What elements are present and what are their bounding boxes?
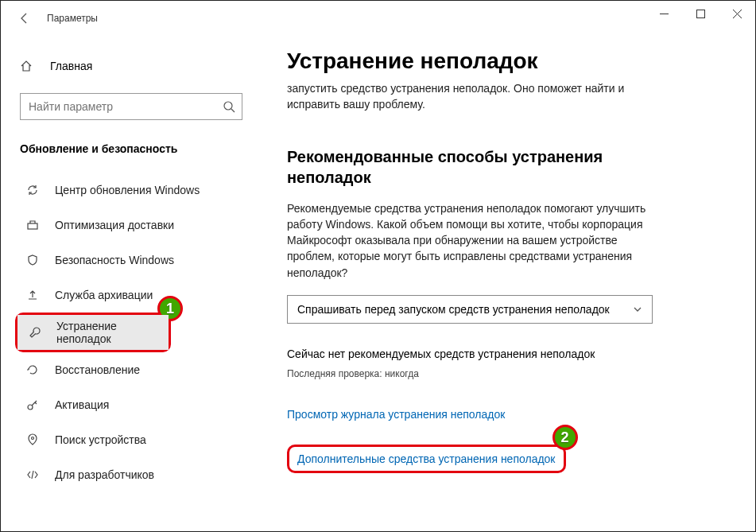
svg-line-3 [231, 109, 235, 112]
window-title: Параметры [47, 13, 98, 24]
section-title: Обновление и безопасность [20, 142, 250, 155]
shield-icon [25, 254, 41, 266]
upload-icon [25, 289, 41, 301]
link-history[interactable]: Просмотр журнала устранения неполадок [287, 408, 723, 421]
location-icon [25, 433, 41, 446]
delivery-icon [25, 219, 41, 231]
key-icon [25, 398, 41, 411]
nav-item-windows-update[interactable]: Центр обновления Windows [20, 173, 250, 208]
nav-item-windows-security[interactable]: Безопасность Windows [20, 243, 250, 278]
home-label: Главная [50, 60, 92, 72]
nav-item-activation[interactable]: Активация [20, 387, 250, 422]
nav-label: Активация [55, 398, 109, 411]
nav-item-backup[interactable]: Служба архивации [20, 278, 250, 313]
titlebar: Параметры [1, 1, 755, 36]
status-text: Сейчас нет рекомендуемых средств устране… [287, 348, 723, 360]
svg-rect-4 [28, 223, 37, 229]
close-button[interactable] [719, 1, 755, 26]
minimize-button[interactable] [646, 1, 682, 26]
nav-item-delivery-optimization[interactable]: Оптимизация доставки [20, 208, 250, 243]
intro-text: запустить средство устранения неполадок.… [287, 80, 653, 113]
nav-label: Оптимизация доставки [55, 219, 174, 231]
nav-item-troubleshoot[interactable]: Устранение неполадок [17, 315, 169, 350]
nav-label: Поиск устройства [55, 433, 146, 446]
nav-label: Восстановление [55, 363, 140, 376]
search-input[interactable] [29, 100, 223, 113]
section-heading: Рекомендованные способы устранения непол… [287, 146, 653, 188]
sidebar: Главная Обновление и безопасность Центр … [1, 36, 255, 531]
home-link[interactable]: Главная [20, 50, 250, 82]
last-check-text: Последняя проверка: никогда [287, 368, 723, 379]
page-title: Устранение неполадок [287, 49, 723, 74]
window-controls [646, 1, 755, 26]
highlight-2: 2 Дополнительные средства устранения неп… [287, 445, 566, 473]
nav-label: Устранение неполадок [56, 320, 169, 345]
search-icon [223, 100, 235, 113]
code-icon [25, 468, 41, 481]
dropdown-value: Спрашивать перед запуском средств устран… [297, 303, 610, 316]
back-icon[interactable] [17, 10, 33, 26]
sync-icon [25, 184, 41, 196]
svg-point-6 [32, 437, 34, 440]
search-box[interactable] [20, 93, 242, 120]
wrench-icon [27, 326, 42, 339]
chevron-down-icon [633, 305, 642, 314]
recovery-icon [25, 363, 41, 376]
home-icon [20, 60, 36, 72]
svg-rect-1 [696, 10, 704, 17]
nav-item-find-device[interactable]: Поиск устройства [20, 422, 250, 457]
highlight-1: 1 Устранение неполадок [15, 313, 171, 352]
nav-label: Безопасность Windows [55, 254, 174, 266]
section-desc: Рекомендуемые средства устранения непола… [287, 200, 653, 281]
svg-point-2 [224, 102, 232, 110]
nav-label: Для разработчиков [55, 468, 154, 481]
content: Устранение неполадок запустить средство … [255, 36, 755, 531]
badge-2: 2 [552, 425, 578, 450]
nav-label: Служба архивации [55, 289, 153, 301]
nav-item-recovery[interactable]: Восстановление [20, 352, 250, 387]
nav-label: Центр обновления Windows [55, 184, 200, 196]
maximize-button[interactable] [682, 1, 719, 26]
nav-list: Центр обновления Windows Оптимизация дос… [20, 173, 250, 492]
nav-item-developers[interactable]: Для разработчиков [20, 457, 250, 492]
link-additional-troubleshooters[interactable]: Дополнительные средства устранения непол… [297, 452, 556, 465]
troubleshoot-preference-dropdown[interactable]: Спрашивать перед запуском средств устран… [287, 295, 653, 324]
